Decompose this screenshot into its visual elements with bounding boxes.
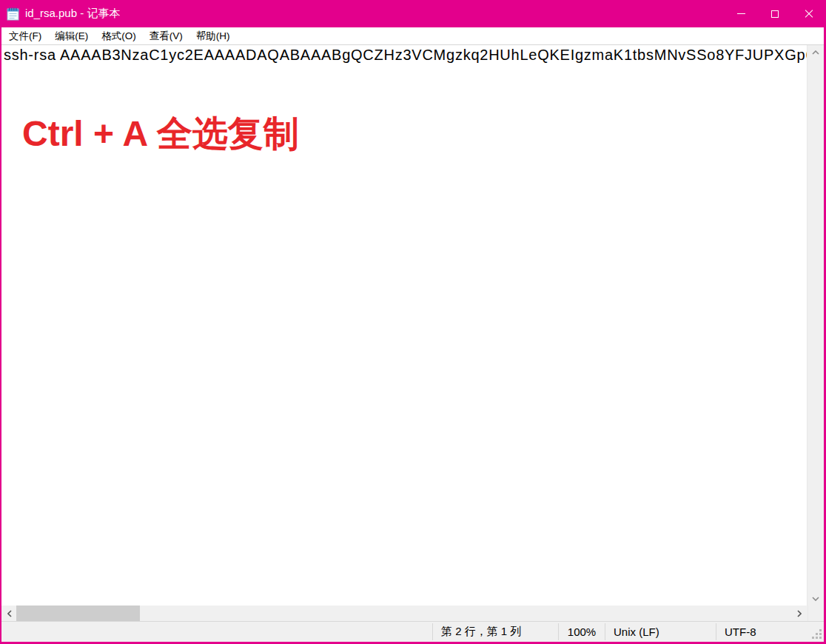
notepad-icon (7, 7, 19, 21)
maximize-icon (771, 10, 779, 18)
content-area: ssh-rsa AAAAB3NzaC1yc2EAAAADAQABAAABgQCZ… (1, 45, 824, 606)
scrollbar-corner (807, 606, 824, 621)
menubar: 文件(F) 编辑(E) 格式(O) 查看(V) 帮助(H) (1, 27, 824, 45)
annotation-text: Ctrl + A 全选复制 (22, 110, 299, 158)
horizontal-scrollbar-row (1, 606, 824, 621)
scroll-down-button[interactable] (807, 591, 824, 606)
window-controls (724, 0, 826, 27)
titlebar[interactable]: id_rsa.pub - 记事本 (0, 0, 826, 27)
chevron-down-icon (812, 597, 819, 601)
statusbar: 第 2 行，第 1 列 100% Unix (LF) UTF-8 (1, 621, 824, 642)
menu-file[interactable]: 文件(F) (2, 27, 48, 45)
chevron-left-icon (7, 610, 12, 617)
encoding: UTF-8 (716, 622, 824, 642)
minimize-button[interactable] (724, 0, 758, 27)
horizontal-scrollbar[interactable] (1, 606, 807, 621)
line-ending: Unix (LF) (605, 622, 716, 642)
menu-help[interactable]: 帮助(H) (189, 27, 237, 45)
notepad-window: id_rsa.pub - 记事本 文件(F) 编辑(E) 格式(O) 查看(V)… (0, 0, 826, 644)
scroll-left-button[interactable] (1, 606, 18, 620)
document-text: ssh-rsa AAAAB3NzaC1yc2EAAAADAQABAAABgQCZ… (1, 45, 807, 64)
vertical-scrollbar[interactable] (807, 45, 824, 606)
close-icon (805, 10, 813, 19)
menu-format[interactable]: 格式(O) (95, 27, 143, 45)
window-title: id_rsa.pub - 记事本 (25, 7, 120, 21)
chevron-right-icon (797, 610, 802, 617)
maximize-button[interactable] (758, 0, 792, 27)
text-editor[interactable]: ssh-rsa AAAAB3NzaC1yc2EAAAADAQABAAABgQCZ… (1, 45, 807, 606)
horizontal-scrollbar-thumb[interactable] (16, 606, 140, 621)
menu-view[interactable]: 查看(V) (143, 27, 189, 45)
resize-grip-icon[interactable] (813, 630, 822, 639)
zoom-level: 100% (559, 622, 605, 642)
statusbar-spacer (1, 622, 432, 642)
minimize-icon (737, 13, 745, 14)
scroll-right-button[interactable] (791, 606, 807, 620)
cursor-position: 第 2 行，第 1 列 (433, 622, 558, 642)
chevron-up-icon (812, 50, 819, 55)
menu-edit[interactable]: 编辑(E) (48, 27, 95, 45)
scroll-up-button[interactable] (807, 45, 824, 59)
close-button[interactable] (792, 0, 826, 27)
